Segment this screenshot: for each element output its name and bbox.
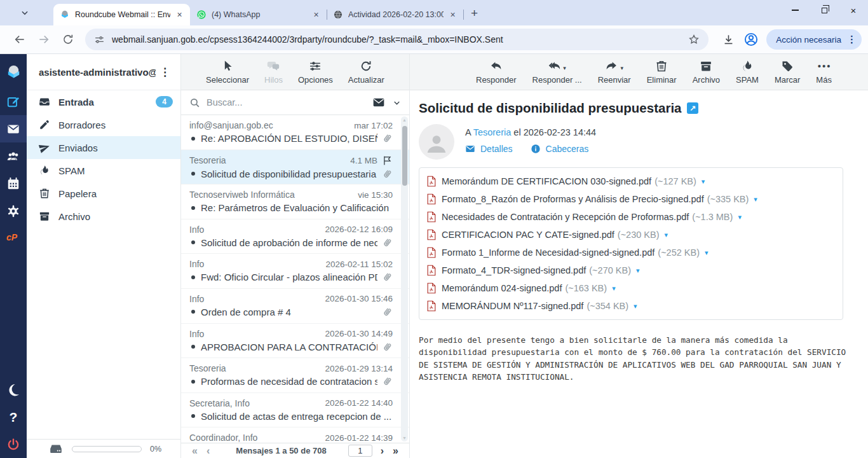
next-page-button[interactable]: › [376, 446, 388, 456]
tab-close-icon[interactable]: × [447, 10, 458, 20]
new-tab-button[interactable]: + [471, 7, 478, 19]
scroll-up-icon[interactable]: ▲ [401, 118, 408, 122]
rail-item[interactable] [0, 56, 27, 88]
rail-item[interactable] [0, 170, 27, 197]
attachment-item[interactable]: Memorándum 024-signed.pdf (~163 KB) ▾ [427, 279, 616, 297]
dropdown-caret-icon[interactable]: ▾ [620, 64, 623, 73]
search-options-chevron-icon[interactable] [393, 99, 401, 107]
attachment-menu-caret-icon[interactable]: ▾ [754, 195, 757, 204]
mail-toolbar-button[interactable]: ▾ Eliminar [641, 60, 682, 85]
window-minimize-button[interactable] [780, 0, 810, 20]
folder-item[interactable]: Entrada 4 [27, 90, 180, 113]
reload-button[interactable] [62, 33, 74, 46]
mail-toolbar-button[interactable]: ▾ Archivo [687, 60, 726, 85]
attachment-name: Formato_4_TDR-signed-signed.pdf [442, 265, 586, 275]
attachment-menu-caret-icon[interactable]: ▾ [636, 267, 640, 275]
window-restore-button[interactable] [810, 0, 839, 20]
mail-toolbar-button[interactable]: ▾ SPAM [730, 60, 764, 85]
attachment-menu-caret-icon[interactable]: ▾ [612, 284, 616, 293]
header-toggle-link[interactable]: Cabeceras [531, 144, 589, 154]
tab-list-chevron-icon[interactable] [20, 8, 29, 17]
attachment-item[interactable]: Memorándum DE CERTIFICACION 030-signed.p… [427, 172, 705, 190]
chip-menu-icon[interactable]: ⋮ [847, 34, 857, 45]
attachment-item[interactable]: Formato 1_Informe de Necesidad-signed-si… [427, 244, 709, 261]
browser-tab[interactable]: Actividad 2026-02-20 13:00:00 × [327, 4, 463, 25]
attachment-menu-caret-icon[interactable]: ▾ [738, 213, 742, 221]
mail-toolbar-button[interactable]: ▾ Reenviar [592, 60, 637, 85]
header-toggle-link[interactable]: Detalles [465, 144, 513, 154]
message-row[interactable]: Tesoreria 4.1 MB Solicitud de disponibil… [181, 150, 409, 185]
message-row[interactable]: Info 2026-02-12 16:09 Solicitud de aprob… [181, 219, 409, 254]
attachment-item[interactable]: MEMORÁNDUM Nº117-signed.pdf (~354 KB) ▾ [427, 297, 637, 315]
account-menu-icon[interactable]: ⋮ [156, 66, 174, 79]
message-sender: Coordinador, Info [189, 433, 320, 443]
folder-item[interactable]: SPAM [27, 159, 180, 182]
attachment-item[interactable]: Formato_4_TDR-signed-signed.pdf (~270 KB… [427, 261, 640, 279]
list-toolbar-button[interactable]: Hilos [259, 60, 288, 85]
profile-icon[interactable] [743, 32, 759, 47]
last-page-button[interactable]: » [388, 446, 403, 456]
browser-tab[interactable]: (4) WhatsApp × [190, 4, 327, 25]
tab-close-icon[interactable]: × [174, 10, 185, 20]
message-row[interactable]: Tecnoserviweb Informática vie 15:30 Re: … [181, 184, 409, 219]
folder-item[interactable]: Papelera [27, 182, 180, 205]
search-scope-mail-icon[interactable] [372, 96, 385, 109]
browser-toolbar: webmail.sanjuan.gob.ec/cpsess1364244002/… [0, 25, 868, 54]
dropdown-caret-icon[interactable]: ▾ [563, 64, 566, 73]
address-bar[interactable]: webmail.sanjuan.gob.ec/cpsess1364244002/… [85, 29, 709, 50]
rail-item[interactable] [0, 376, 27, 403]
message-row[interactable]: Coordinador, Info 2026-01-22 14:39 [181, 427, 409, 443]
bookmark-star-icon[interactable] [688, 34, 700, 45]
message-row[interactable]: Secretaria, Info 2026-01-22 14:40 Solici… [181, 393, 409, 428]
browser-tab[interactable]: Roundcube Webmail :: Enviados × [53, 4, 190, 25]
folder-item[interactable]: Enviados [27, 136, 180, 159]
window-close-button[interactable]: × [839, 0, 868, 20]
url-text: webmail.sanjuan.gob.ec/cpsess1364244002/… [112, 34, 688, 45]
list-toolbar-button[interactable]: Actualizar [342, 60, 390, 85]
page-number-input[interactable]: 1 [348, 445, 372, 457]
mail-toolbar-button[interactable]: ▾ Responder [470, 60, 522, 85]
attachment-menu-caret-icon[interactable]: ▾ [665, 231, 668, 239]
back-button[interactable] [13, 33, 26, 46]
account-name[interactable]: asistente-administrativo@sa... [39, 67, 156, 78]
rail-item[interactable] [0, 431, 27, 458]
message-row[interactable]: Info 2026-01-30 15:46 Orden de compra # … [181, 289, 409, 324]
rail-item[interactable] [0, 197, 27, 225]
attachment-menu-caret-icon[interactable]: ▾ [702, 177, 705, 186]
attachment-item[interactable]: Necesidades de Contratación y Recepción … [427, 208, 742, 226]
forward-button[interactable] [37, 33, 50, 46]
scroll-down-icon[interactable]: ▼ [401, 436, 408, 440]
recipient-link[interactable]: Tesoreria [473, 127, 512, 137]
rail-item[interactable]: ? [0, 403, 27, 431]
rail-item[interactable]: cP [0, 225, 27, 252]
mail-toolbar-button[interactable]: ▾ Marcar [769, 60, 806, 85]
tab-close-icon[interactable]: × [311, 10, 322, 20]
scrollbar-thumb[interactable] [402, 126, 407, 186]
downloads-icon[interactable] [722, 34, 735, 46]
message-row[interactable]: Info 2026-01-30 14:49 APROBACION PARA LA… [181, 324, 409, 359]
attachment-item[interactable]: Formato_8_Razón de Proformas y Análisis … [427, 190, 757, 208]
search-input[interactable]: Buscar... [207, 97, 366, 108]
folder-item[interactable]: Archivo [27, 205, 180, 228]
action-needed-chip[interactable]: Acción necesaria ⋮ [766, 29, 862, 50]
attachment-menu-caret-icon[interactable]: ▾ [634, 302, 637, 310]
site-settings-icon[interactable] [94, 34, 105, 45]
open-in-new-window-icon[interactable]: ↗ [687, 102, 698, 114]
rail-item[interactable] [0, 142, 27, 170]
unread-dot [191, 345, 195, 349]
message-row[interactable]: Tesoreria 2026-01-29 13:14 Proformas de … [181, 358, 409, 393]
message-row[interactable]: info@sanjuan.gob.ec mar 17:02 Re: APROBA… [181, 115, 409, 150]
list-scrollbar[interactable]: ▲ ▼ [401, 116, 408, 441]
folder-item[interactable]: Borradores [27, 113, 180, 136]
rail-item[interactable] [0, 115, 27, 142]
prev-page-button[interactable]: ‹ [202, 446, 214, 456]
list-toolbar-button[interactable]: Seleccionar [200, 60, 255, 85]
mail-toolbar-button[interactable]: ••• ▾ Más [810, 60, 837, 85]
rail-item[interactable] [0, 88, 27, 115]
message-row[interactable]: Info 2026-02-11 15:02 Fwd: Oficio Circul… [181, 254, 409, 289]
first-page-button[interactable]: « [187, 446, 202, 456]
attachment-menu-caret-icon[interactable]: ▾ [705, 249, 709, 257]
attachment-item[interactable]: CERTIFICACION PAC Y CATE-signed.pdf (~23… [427, 226, 668, 244]
list-toolbar-button[interactable]: Opciones [292, 60, 339, 85]
mail-toolbar-button[interactable]: ▾ Responder ... [527, 60, 588, 85]
